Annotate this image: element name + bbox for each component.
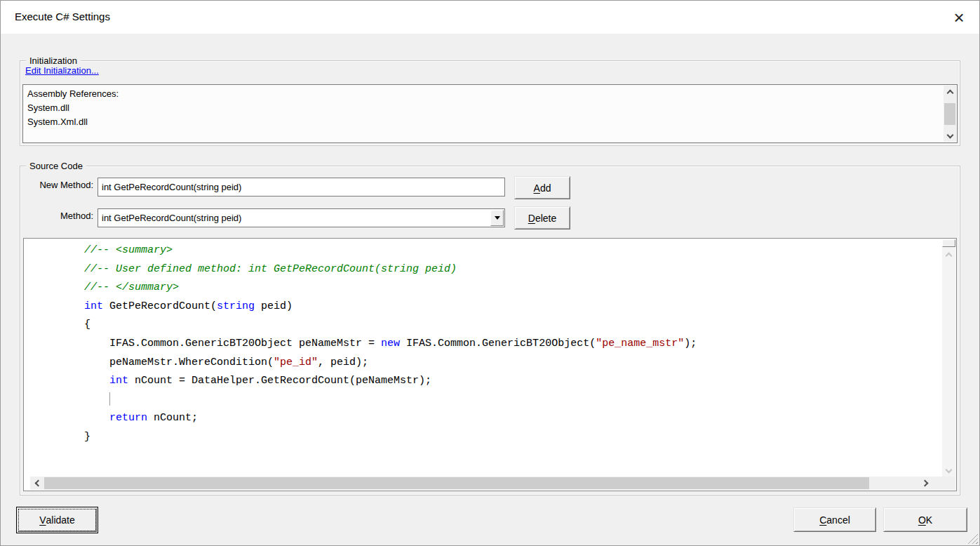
editor-left-margin [25,477,30,490]
dialog-body: Initialization Edit Initialization... As… [1,34,979,545]
ok-button[interactable]: OK [883,507,967,532]
code-line: int GetPeRecordCount(string peid) [59,298,942,317]
code-line: //-- </summary> [59,279,942,298]
chevron-right-icon [921,480,928,487]
code-scroll-up-button[interactable] [942,248,955,260]
scrollbar-corner [942,477,955,490]
code-line: //-- User defined method: int GetPeRecor… [59,260,942,279]
assembly-line: System.dll [27,101,940,115]
close-button[interactable]: × [947,6,971,29]
new-method-input[interactable] [98,178,505,197]
close-icon: × [953,8,964,27]
scrollbar-thumb[interactable] [944,103,955,125]
add-button[interactable]: Add [514,176,570,199]
new-method-label: New Method: [22,180,93,190]
resize-grip[interactable] [967,533,978,544]
title-bar: Execute C# Settings × [1,1,979,34]
method-combobox-value: int GetPeRecordCount(string peid) [102,213,488,223]
source-code-group: Source Code New Method: Add Method: int … [20,166,960,495]
code-scroll-down-button[interactable] [942,465,955,477]
cancel-button[interactable]: Cancel [793,507,876,532]
validate-button-default-ring: Validate [16,507,98,533]
chevron-up-icon [946,90,953,97]
editor-split-handle[interactable] [942,239,955,247]
source-code-group-label: Source Code [26,161,86,172]
scroll-up-button[interactable] [944,86,956,98]
initialization-group: Initialization Edit Initialization... As… [20,60,960,146]
code-line: //-- <summary> [59,241,942,260]
scroll-down-button[interactable] [944,130,956,142]
assembly-line: System.Xml.dll [27,115,940,129]
code-line: IFAS.Common.GenericBT20Object peNameMstr… [59,335,942,354]
code-line: int nCount = DataHelper.GetRecordCount(p… [59,372,942,391]
window-title: Execute C# Settings [15,11,110,22]
edit-initialization-link[interactable]: Edit Initialization... [25,65,99,76]
code-scroll-right-button[interactable] [919,477,932,490]
method-dropdown-button[interactable] [490,210,504,226]
code-vertical-scrollbar[interactable] [942,239,955,477]
code-editor-content[interactable]: //-- <summary> //-- User defined method:… [24,239,942,477]
assembly-references-text: Assembly References:System.dllSystem.Xml… [27,87,940,141]
chevron-down-icon [946,131,953,138]
dialog-window: Execute C# Settings × Initialization Edi… [0,0,980,546]
code-scroll-left-button[interactable] [30,477,43,490]
code-editor[interactable]: //-- <summary> //-- User defined method:… [23,238,957,491]
assembly-line: Assembly References: [27,87,940,101]
delete-button[interactable]: Delete [514,206,570,229]
assembly-vertical-scrollbar[interactable] [944,86,956,142]
code-line: peNameMstr.WhereCondition("pe_id", peid)… [59,354,942,373]
code-line: return nCount; [59,409,942,428]
code-line: { [59,316,942,335]
code-line: } [59,428,942,447]
chevron-down-icon [946,466,953,473]
method-combobox[interactable]: int GetPeRecordCount(string peid) [98,208,505,227]
code-line [59,391,942,410]
chevron-left-icon [34,480,41,487]
horizontal-scrollbar-thumb[interactable] [44,477,869,489]
code-horizontal-scrollbar[interactable] [25,477,942,490]
assembly-references-box[interactable]: Assembly References:System.dllSystem.Xml… [22,84,958,143]
dropdown-arrow-icon [495,216,500,220]
text-caret [109,392,110,406]
validate-button[interactable]: Validate [18,508,97,532]
method-label: Method: [22,211,93,221]
chevron-up-icon [946,253,953,260]
